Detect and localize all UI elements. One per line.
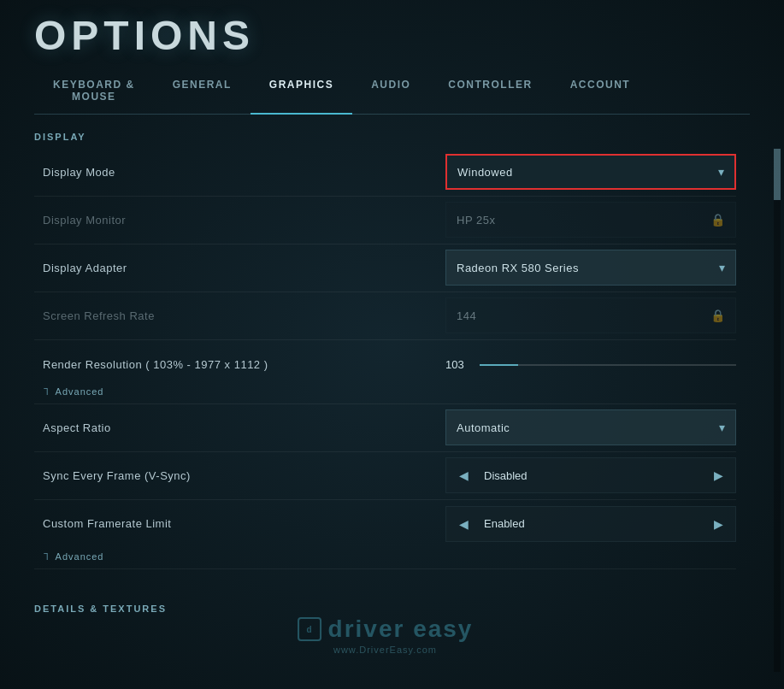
header: OPTIONS KEYBOARD &MOUSE GENERAL GRAPHICS… bbox=[0, 0, 784, 115]
framerate-limit-arrows: ◀ Enabled ▶ bbox=[445, 506, 736, 542]
vsync-value: Disabled bbox=[480, 469, 701, 482]
nav-tabs: KEYBOARD &MOUSE GENERAL GRAPHICS AUDIO C… bbox=[34, 72, 750, 115]
framerate-limit-advanced[interactable]: Advanced bbox=[34, 548, 113, 568]
display-monitor-control: HP 25x 🔒 bbox=[445, 202, 736, 238]
watermark-text2: www.DriverEasy.com bbox=[298, 645, 474, 655]
render-resolution-control: 103 bbox=[445, 347, 736, 383]
setting-row-vsync: Sync Every Frame (V-Sync) ◀ Disabled ▶ bbox=[34, 452, 736, 500]
refresh-rate-control: 144 🔒 bbox=[445, 297, 736, 333]
display-adapter-dropdown[interactable]: Radeon RX 580 Series ▾ bbox=[445, 250, 736, 286]
display-mode-dropdown[interactable]: Windowed ▾ bbox=[445, 154, 736, 190]
setting-row-render-resolution: Render Resolution ( 103% - 1977 x 1112 )… bbox=[34, 340, 736, 404]
framerate-limit-control: ◀ Enabled ▶ bbox=[445, 506, 736, 542]
display-monitor-locked: HP 25x 🔒 bbox=[445, 202, 736, 238]
aspect-ratio-value: Automatic bbox=[457, 421, 510, 434]
display-monitor-value: HP 25x bbox=[457, 214, 495, 227]
refresh-rate-label: Screen Refresh Rate bbox=[34, 309, 445, 322]
display-mode-value: Windowed bbox=[457, 166, 513, 179]
vsync-arrows: ◀ Disabled ▶ bbox=[445, 457, 736, 493]
lock-icon: 🔒 bbox=[710, 213, 725, 227]
vsync-control: ◀ Disabled ▶ bbox=[445, 457, 736, 493]
display-mode-control: Windowed ▾ bbox=[445, 154, 736, 190]
display-adapter-control: Radeon RX 580 Series ▾ bbox=[445, 250, 736, 286]
vsync-label: Sync Every Frame (V-Sync) bbox=[34, 469, 445, 482]
framerate-limit-value: Enabled bbox=[480, 517, 701, 530]
watermark: d driver easy www.DriverEasy.com bbox=[298, 615, 474, 655]
aspect-ratio-control: Automatic ▾ bbox=[445, 409, 736, 445]
tab-general[interactable]: GENERAL bbox=[154, 72, 251, 114]
scrollbar-track[interactable] bbox=[774, 149, 781, 672]
vsync-right-arrow[interactable]: ▶ bbox=[701, 458, 735, 492]
tab-controller[interactable]: CONTROLLER bbox=[429, 72, 551, 114]
slider-track[interactable] bbox=[480, 364, 736, 366]
lock-icon: 🔒 bbox=[710, 309, 725, 322]
framerate-limit-right-arrow[interactable]: ▶ bbox=[701, 507, 735, 541]
watermark-text1: driver easy bbox=[328, 615, 474, 643]
render-resolution-slider[interactable]: 103 bbox=[445, 347, 736, 383]
setting-row-framerate-limit: Custom Framerate Limit ◀ Enabled ▶ Advan… bbox=[34, 500, 736, 569]
aspect-ratio-label: Aspect Ratio bbox=[34, 421, 445, 434]
page-wrapper: OPTIONS KEYBOARD &MOUSE GENERAL GRAPHICS… bbox=[0, 0, 784, 689]
watermark-logo: d driver easy bbox=[298, 615, 474, 643]
aspect-ratio-dropdown[interactable]: Automatic ▾ bbox=[445, 409, 736, 445]
tab-audio[interactable]: AUDIO bbox=[352, 72, 429, 114]
dropdown-arrow-icon: ▾ bbox=[719, 421, 725, 434]
setting-row-display-adapter: Display Adapter Radeon RX 580 Series ▾ bbox=[34, 244, 736, 292]
advanced-label: Advanced bbox=[56, 386, 104, 397]
dropdown-arrow-icon: ▾ bbox=[719, 261, 725, 274]
display-mode-label: Display Mode bbox=[34, 166, 445, 179]
advanced-label-2: Advanced bbox=[56, 551, 104, 562]
section-display-heading: DISPLAY bbox=[34, 132, 736, 145]
framerate-limit-left-arrow[interactable]: ◀ bbox=[446, 507, 480, 541]
display-adapter-label: Display Adapter bbox=[34, 262, 445, 274]
scrollbar-thumb[interactable] bbox=[774, 149, 781, 200]
section-details-heading: DETAILS & TEXTURES bbox=[34, 604, 736, 617]
tab-graphics[interactable]: GRAPHICS bbox=[251, 72, 352, 114]
framerate-limit-label: Custom Framerate Limit bbox=[34, 517, 445, 530]
render-resolution-advanced[interactable]: Advanced bbox=[34, 383, 113, 403]
setting-row-display-mode: Display Mode Windowed ▾ bbox=[34, 149, 736, 197]
main-content: DISPLAY Display Mode Windowed ▾ Display … bbox=[0, 115, 784, 689]
watermark-icon: d bbox=[298, 617, 321, 641]
refresh-rate-locked: 144 🔒 bbox=[445, 297, 736, 333]
vsync-left-arrow[interactable]: ◀ bbox=[446, 458, 480, 492]
tab-account[interactable]: ACCOUNT bbox=[551, 72, 650, 114]
setting-row-refresh-rate: Screen Refresh Rate 144 🔒 bbox=[34, 292, 736, 340]
settings-panel: DISPLAY Display Mode Windowed ▾ Display … bbox=[0, 132, 770, 689]
slider-fill bbox=[480, 364, 518, 366]
setting-row-aspect-ratio: Aspect Ratio Automatic ▾ bbox=[34, 404, 736, 452]
setting-row-display-monitor: Display Monitor HP 25x 🔒 bbox=[34, 197, 736, 244]
dropdown-arrow-icon: ▾ bbox=[718, 165, 724, 179]
display-adapter-value: Radeon RX 580 Series bbox=[457, 262, 579, 274]
render-resolution-value: 103 bbox=[445, 358, 471, 371]
render-resolution-label: Render Resolution ( 103% - 1977 x 1112 ) bbox=[34, 358, 445, 371]
display-monitor-label: Display Monitor bbox=[34, 214, 445, 227]
page-title: OPTIONS bbox=[34, 15, 750, 56]
tab-keyboard-mouse[interactable]: KEYBOARD &MOUSE bbox=[34, 72, 154, 114]
refresh-rate-value: 144 bbox=[457, 309, 476, 322]
